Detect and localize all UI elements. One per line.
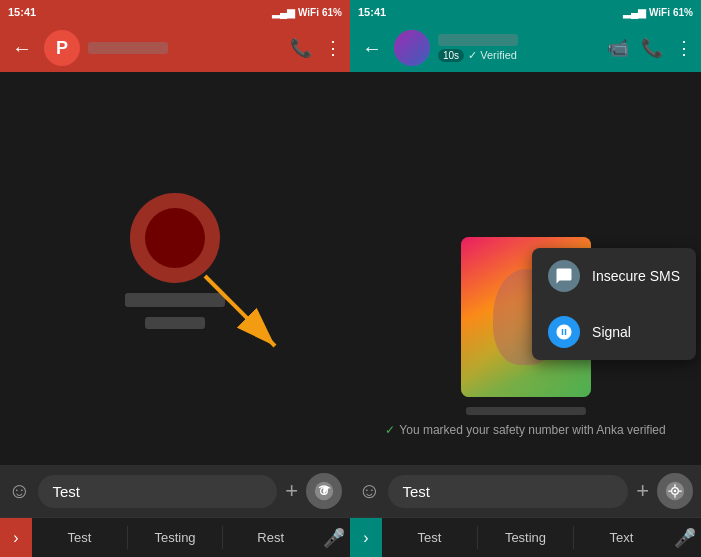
right-status-icons: ▂▄▆ WiFi 61% <box>623 7 693 18</box>
left-nav-icon: › <box>13 529 18 547</box>
left-header-actions: 📞 ⋮ <box>290 37 342 59</box>
right-suggestion-0[interactable]: Test <box>382 526 478 549</box>
left-status-time: 15:41 <box>8 6 36 18</box>
right-name-blur <box>466 407 586 415</box>
right-wifi-icon: WiFi <box>649 7 670 18</box>
left-emoji-button[interactable]: ☺ <box>8 478 30 504</box>
svg-point-7 <box>674 490 677 493</box>
right-suggestion-1[interactable]: Testing <box>478 526 574 549</box>
right-popup-menu: Insecure SMS Signal <box>532 248 696 360</box>
right-chat-content: ✓ You marked your safety number with Ank… <box>350 72 701 465</box>
right-contact-status: 10s ✓ Verified <box>438 49 599 62</box>
right-back-button[interactable]: ← <box>358 33 386 64</box>
left-contact-info <box>88 42 282 54</box>
left-panel: 15:41 ▂▄▆ WiFi 61% ← P 📞 ⋮ <box>0 0 350 557</box>
right-mic-icon: 🎤 <box>674 527 696 549</box>
left-signal-icon: ▂▄▆ <box>272 7 295 18</box>
left-action-bar: ← P 📞 ⋮ <box>0 24 350 72</box>
left-contact-display <box>125 193 225 329</box>
right-status-bar: 15:41 ▂▄▆ WiFi 61% <box>350 0 701 24</box>
right-action-bar: ← 10s ✓ Verified 📹 📞 ⋮ <box>350 24 701 72</box>
left-suggestion-1[interactable]: Testing <box>128 526 224 549</box>
right-contact-info: 10s ✓ Verified <box>438 34 599 62</box>
right-text-input[interactable]: Test <box>388 475 628 508</box>
right-battery-icon: 61% <box>673 7 693 18</box>
left-large-avatar <box>130 193 220 283</box>
left-status-icons: ▂▄▆ WiFi 61% <box>272 7 342 18</box>
left-send-button[interactable] <box>306 473 342 509</box>
right-more-icon[interactable]: ⋮ <box>675 37 693 59</box>
right-input-bar: ☺ Test + <box>350 465 701 517</box>
avatar-pixel-overlay <box>130 193 220 283</box>
svg-point-4 <box>323 490 326 493</box>
left-mic-icon: 🎤 <box>323 527 345 549</box>
left-call-icon[interactable]: 📞 <box>290 37 312 59</box>
right-header-actions: 📹 📞 ⋮ <box>607 37 693 59</box>
left-name-blur <box>125 293 225 307</box>
left-input-bar: ☺ Test + <box>0 465 350 517</box>
right-panel: 15:41 ▂▄▆ WiFi 61% ← 10s ✓ Verified 📹 📞 … <box>350 0 701 557</box>
right-contact-avatar <box>394 30 430 66</box>
right-call-icon[interactable]: 📞 <box>641 37 663 59</box>
left-name-blur2 <box>145 317 205 329</box>
left-suggestion-nav[interactable]: › <box>0 518 32 558</box>
insecure-sms-label: Insecure SMS <box>592 268 680 284</box>
left-attach-button[interactable]: + <box>285 478 298 504</box>
left-more-icon[interactable]: ⋮ <box>324 37 342 59</box>
left-contact-name <box>88 42 168 54</box>
right-timer-badge: 10s <box>438 49 464 62</box>
right-nav-icon: › <box>363 529 368 547</box>
insecure-sms-icon <box>548 260 580 292</box>
right-suggestions: Test Testing Text <box>382 526 669 549</box>
right-status-time: 15:41 <box>358 6 386 18</box>
right-signal-icon: ▂▄▆ <box>623 7 646 18</box>
right-verified-label: ✓ Verified <box>468 49 517 62</box>
popup-signal[interactable]: Signal <box>532 304 696 360</box>
left-text-input[interactable]: Test <box>38 475 277 508</box>
left-wifi-icon: WiFi <box>298 7 319 18</box>
left-battery-icon: 61% <box>322 7 342 18</box>
left-suggestions: Test Testing Rest <box>32 526 318 549</box>
right-emoji-button[interactable]: ☺ <box>358 478 380 504</box>
popup-insecure-sms[interactable]: Insecure SMS <box>532 248 696 304</box>
right-suggestion-bar: › Test Testing Text 🎤 <box>350 517 701 557</box>
right-suggestion-2[interactable]: Text <box>574 526 669 549</box>
left-suggestion-2[interactable]: Rest <box>223 526 318 549</box>
left-suggestion-bar: › Test Testing Rest 🎤 <box>0 517 350 557</box>
left-contact-avatar: P <box>44 30 80 66</box>
right-verified-message: ✓ You marked your safety number with Ank… <box>385 423 665 437</box>
left-status-bar: 15:41 ▂▄▆ WiFi 61% <box>0 0 350 24</box>
right-suggestion-nav[interactable]: › <box>350 518 382 558</box>
right-contact-name <box>438 34 518 46</box>
right-mic-button[interactable]: 🎤 <box>669 518 701 558</box>
right-send-button[interactable] <box>657 473 693 509</box>
left-mic-button[interactable]: 🎤 <box>318 518 350 558</box>
signal-icon <box>548 316 580 348</box>
right-attach-button[interactable]: + <box>636 478 649 504</box>
left-back-button[interactable]: ← <box>8 33 36 64</box>
left-suggestion-0[interactable]: Test <box>32 526 128 549</box>
checkmark-icon: ✓ <box>385 423 395 437</box>
right-video-icon[interactable]: 📹 <box>607 37 629 59</box>
left-chat-content <box>0 72 350 465</box>
signal-label: Signal <box>592 324 631 340</box>
